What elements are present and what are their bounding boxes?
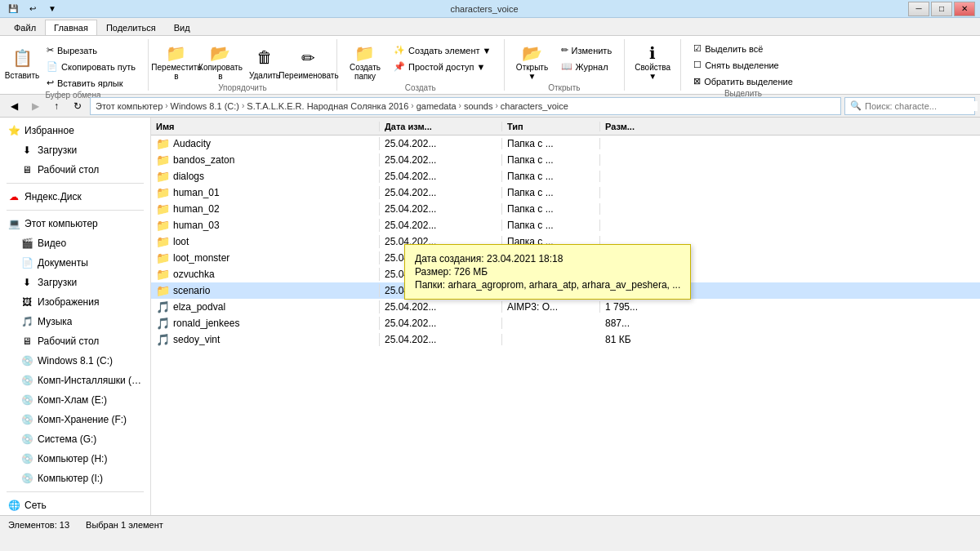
open-btn[interactable]: 📂 Открыть ▼ bbox=[511, 41, 554, 83]
copy-path-label: Скопировать путь bbox=[61, 62, 136, 72]
path-gamedata[interactable]: gamedata bbox=[416, 101, 457, 111]
select-all-icon: ☑ bbox=[693, 43, 702, 54]
file-row-elza[interactable]: 🎵elza_podval 25.04.202... AIMP3: О... 1 … bbox=[151, 299, 980, 315]
rename-btn[interactable]: ✏ Переименовать bbox=[287, 41, 330, 83]
copy-to-btn[interactable]: 📂 Копировать в bbox=[199, 41, 242, 83]
minimize-btn[interactable]: ─ bbox=[908, 2, 929, 16]
paste-btn[interactable]: 📋 Вставить bbox=[5, 41, 39, 83]
new-folder-btn[interactable]: 📁 Создать папку bbox=[344, 41, 386, 83]
file-date-sedoy: 25.04.202... bbox=[380, 334, 502, 345]
invert-selection-btn[interactable]: ⊠ Обратить выделение bbox=[688, 73, 799, 89]
file-row-ronald[interactable]: 🎵ronald_jenkees 25.04.202... 887... bbox=[151, 315, 980, 331]
sidebar-item-desktop1[interactable]: 🖥 Рабочий стол bbox=[0, 160, 150, 180]
fDrive-label: Комп-Хранение (F:) bbox=[38, 414, 127, 425]
tooltip-date-value: 23.04.2021 18:18 bbox=[487, 253, 563, 264]
sidebar-item-yadisk[interactable]: ☁ Яндекс.Диск bbox=[0, 187, 150, 207]
move-to-btn[interactable]: 📁 Переместить в bbox=[155, 41, 198, 83]
qa-menu-btn[interactable]: ▼ bbox=[44, 2, 60, 16]
cut-btn[interactable]: ✂ Вырезать bbox=[41, 42, 141, 58]
file-row-human01[interactable]: 📁human_01 25.04.202... Папка с ... bbox=[151, 184, 980, 201]
sidebar-item-cDrive[interactable]: 💿 Windows 8.1 (C:) bbox=[0, 351, 150, 371]
close-btn[interactable]: ✕ bbox=[954, 2, 975, 16]
address-path[interactable]: Этот компьютер › Windows 8.1 (C:) › S.T.… bbox=[90, 97, 841, 115]
path-computer[interactable]: Этот компьютер bbox=[96, 101, 163, 111]
sidebar-item-thispc[interactable]: 💻 Этот компьютер bbox=[0, 214, 150, 233]
favorites-label: Избранное bbox=[24, 125, 74, 136]
video-label: Видео bbox=[38, 238, 66, 249]
statusbar: Элементов: 13 Выбран 1 элемент bbox=[0, 515, 980, 533]
file-row-sedoy[interactable]: 🎵sedoy_vint 25.04.202... 81 КБ bbox=[151, 331, 980, 348]
tab-view[interactable]: Вид bbox=[165, 20, 199, 35]
ribbon: 📋 Вставить ✂ Вырезать 📄 Скопировать путь… bbox=[0, 36, 980, 95]
tab-share[interactable]: Поделиться bbox=[97, 20, 165, 35]
deselect-btn[interactable]: ☐ Снять выделение bbox=[688, 57, 799, 73]
new-item-icon: ✨ bbox=[394, 45, 405, 56]
folder-icon: 📁 bbox=[156, 251, 170, 264]
file-name-bandos: bandos_zaton bbox=[173, 154, 234, 166]
refresh-btn[interactable]: ↻ bbox=[69, 97, 87, 115]
iDrive-label: Компьютер (I:) bbox=[38, 473, 103, 484]
path-sounds[interactable]: sounds bbox=[464, 101, 492, 111]
undo-qa-btn[interactable]: ↩ bbox=[24, 2, 41, 16]
new-item-btn[interactable]: ✨ Создать элемент ▼ bbox=[388, 42, 497, 58]
sidebar-item-music[interactable]: 🎵 Музыка bbox=[0, 312, 150, 331]
sidebar-item-images[interactable]: 🖼 Изображения bbox=[0, 292, 150, 312]
ribbon-tabs: Файл Главная Поделиться Вид bbox=[0, 18, 980, 36]
header-type[interactable]: Тип bbox=[502, 122, 600, 131]
sidebar-item-fDrive[interactable]: 💿 Комп-Хранение (F:) bbox=[0, 410, 150, 429]
forward-btn[interactable]: ▶ bbox=[26, 97, 44, 115]
cut-icon: ✂ bbox=[47, 45, 54, 56]
file-row-human02[interactable]: 📁human_02 25.04.202... Папка с ... bbox=[151, 201, 980, 217]
gDrive-label: Система (G:) bbox=[38, 433, 96, 445]
maximize-btn[interactable]: □ bbox=[931, 2, 952, 16]
rename-label: Переименовать bbox=[278, 71, 338, 80]
easy-access-btn[interactable]: 📌 Простой доступ ▼ bbox=[388, 59, 497, 74]
copy-path-btn[interactable]: 📄 Скопировать путь bbox=[41, 59, 141, 74]
edit-btn[interactable]: ✏ Изменить bbox=[555, 42, 618, 58]
tab-home[interactable]: Главная bbox=[45, 20, 97, 35]
dDrive-label: Комп-Инсталляшки (D:) bbox=[38, 375, 144, 386]
paste-shortcut-icon: ↩ bbox=[47, 78, 54, 88]
save-qa-btn[interactable]: 💾 bbox=[5, 2, 21, 16]
sidebar-item-network[interactable]: 🌐 Сеть bbox=[0, 495, 150, 515]
sidebar-item-favorites[interactable]: ⭐ Избранное bbox=[0, 121, 150, 140]
history-btn[interactable]: 📖 Журнал bbox=[555, 59, 618, 74]
header-name[interactable]: Имя bbox=[151, 122, 380, 131]
file-type-human02: Папка с ... bbox=[502, 203, 600, 215]
docs-label: Документы bbox=[38, 257, 88, 269]
sidebar-item-downloads2[interactable]: ⬇ Загрузки bbox=[0, 273, 150, 292]
paste-shortcut-btn[interactable]: ↩ Вставить ярлык bbox=[41, 75, 141, 91]
path-drive[interactable]: Windows 8.1 (C:) bbox=[171, 101, 239, 111]
sidebar-item-desktop2[interactable]: 🖥 Рабочий стол bbox=[0, 331, 150, 351]
open-label: Открыть ▼ bbox=[514, 63, 551, 81]
ribbon-group-props: ℹ Свойства ▼ bbox=[631, 39, 681, 91]
header-date[interactable]: Дата изм... bbox=[380, 122, 502, 131]
tab-file[interactable]: Файл bbox=[5, 20, 45, 35]
search-box[interactable]: 🔍 bbox=[844, 97, 975, 115]
sidebar-item-downloads1[interactable]: ⬇ Загрузки bbox=[0, 140, 150, 160]
file-row-dialogs[interactable]: 📁dialogs 25.04.202... Папка с ... bbox=[151, 168, 980, 184]
file-type-elza: AIMP3: О... bbox=[502, 301, 600, 313]
sidebar-item-dDrive[interactable]: 💿 Комп-Инсталляшки (D:) bbox=[0, 371, 150, 390]
search-input[interactable] bbox=[865, 101, 978, 111]
sidebar-item-iDrive[interactable]: 💿 Компьютер (I:) bbox=[0, 469, 150, 488]
path-game[interactable]: S.T.A.L.K.E.R. Народная Солянка 2016 bbox=[247, 101, 408, 111]
sidebar-item-gDrive[interactable]: 💿 Система (G:) bbox=[0, 429, 150, 449]
sidebar-item-video[interactable]: 🎬 Видео bbox=[0, 233, 150, 253]
path-charvoice[interactable]: characters_voice bbox=[501, 101, 568, 111]
thispc-label: Этот компьютер bbox=[24, 218, 98, 229]
sidebar-item-docs[interactable]: 📄 Документы bbox=[0, 253, 150, 273]
up-btn[interactable]: ↑ bbox=[47, 97, 65, 115]
docs-icon: 📄 bbox=[20, 256, 34, 270]
file-row-bandos[interactable]: 📁bandos_zaton 25.04.202... Папка с ... bbox=[151, 152, 980, 168]
back-btn[interactable]: ◀ bbox=[5, 97, 23, 115]
properties-btn[interactable]: ℹ Свойства ▼ bbox=[631, 41, 674, 83]
file-row-audacity[interactable]: 📁Audacity 25.04.202... Папка с ... bbox=[151, 136, 980, 152]
header-size[interactable]: Разм... bbox=[600, 122, 682, 131]
sidebar-item-hDrive[interactable]: 💿 Компьютер (H:) bbox=[0, 449, 150, 469]
images-label: Изображения bbox=[38, 296, 99, 308]
file-row-human03[interactable]: 📁human_03 25.04.202... Папка с ... bbox=[151, 217, 980, 233]
sidebar-item-eDrive[interactable]: 💿 Комп-Хлам (E:) bbox=[0, 390, 150, 410]
select-all-btn[interactable]: ☑ Выделить всё bbox=[688, 41, 799, 56]
copy-to-label: Копировать в bbox=[198, 63, 243, 81]
